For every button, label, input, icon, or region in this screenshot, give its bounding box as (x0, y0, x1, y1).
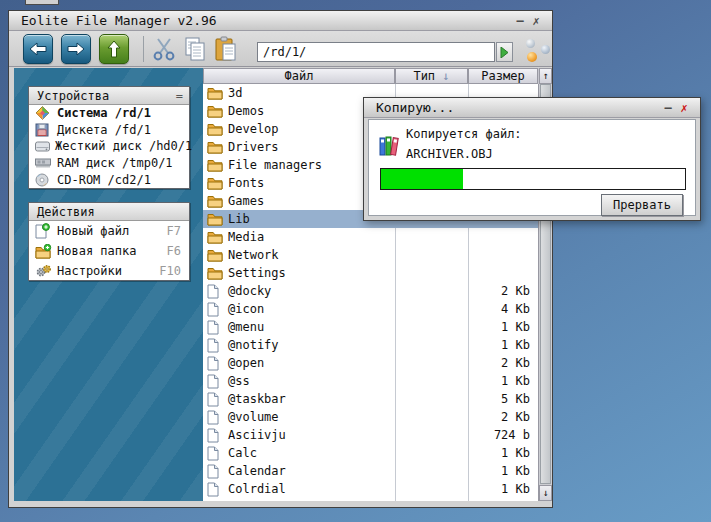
file-size: 2 Kb (468, 356, 530, 370)
devices-panel-title: Устройства (37, 89, 109, 103)
file-name: Drivers (228, 140, 279, 154)
edit-icon-group (150, 35, 240, 63)
file-name: @volume (228, 410, 279, 424)
file-row[interactable]: @open2 Kb (203, 354, 538, 372)
folder-icon (207, 104, 224, 118)
action-item[interactable]: НастройкиF10 (29, 261, 189, 281)
background-window-fragment (25, 0, 59, 5)
file-row[interactable]: @ss1 Kb (203, 372, 538, 390)
file-name: @notify (228, 338, 279, 352)
cut-button[interactable] (150, 35, 178, 63)
status-orb-silver[interactable] (526, 39, 535, 48)
device-label: CD-ROM /cd2/1 (57, 173, 151, 187)
column-header-file[interactable]: Файл (203, 68, 395, 84)
up-arrow-icon (107, 40, 121, 58)
gears-icon (35, 263, 53, 279)
collapse-icon[interactable]: = (176, 89, 183, 103)
floppy-icon (35, 123, 52, 137)
window-titlebar[interactable]: Eolite File Manager v2.96 – ✗ (9, 11, 552, 31)
folder-icon (207, 140, 224, 154)
dialog-close-icon[interactable]: ✗ (676, 101, 692, 115)
file-size: 2 Kb (468, 284, 530, 298)
file-size: 5 Kb (468, 392, 530, 406)
file-row[interactable]: @docky2 Kb (203, 282, 538, 300)
column-header-type[interactable]: Тип ↓ (395, 68, 468, 84)
action-item[interactable]: Новый файлF7 (29, 221, 189, 241)
file-icon (207, 446, 224, 460)
paste-button[interactable] (212, 35, 240, 63)
close-icon[interactable]: ✗ (528, 14, 544, 28)
column-header-size[interactable]: Размер (468, 68, 538, 84)
file-row[interactable]: Colrdial1 Kb (203, 480, 538, 498)
file-row[interactable]: Asciivju724 b (203, 426, 538, 444)
file-size: 1 Kb (468, 374, 530, 388)
device-item[interactable]: CD-ROM /cd2/1 (29, 171, 189, 188)
abort-button[interactable]: Прервать (601, 194, 683, 216)
file-row[interactable]: @taskbar5 Kb (203, 390, 538, 408)
file-name: @icon (228, 302, 264, 316)
action-item[interactable]: Новая папкаF6 (29, 241, 189, 261)
path-input[interactable] (257, 42, 495, 62)
device-item[interactable]: Жесткий диск /hd0/1 (29, 138, 189, 155)
file-name: Fonts (228, 176, 264, 190)
file-row[interactable]: @menu1 Kb (203, 318, 538, 336)
file-row[interactable]: Network (203, 246, 538, 264)
copying-label: Копируется файл: (406, 127, 522, 141)
dialog-titlebar[interactable]: Копирую... – ✗ (364, 98, 700, 118)
file-row[interactable]: Calendar1 Kb (203, 462, 538, 480)
file-row[interactable]: @volume2 Kb (203, 408, 538, 426)
toolbar (9, 31, 552, 67)
file-size: 1 Kb (468, 446, 530, 460)
status-orb-blue[interactable] (541, 45, 550, 54)
file-row[interactable]: Media (203, 228, 538, 246)
minimize-icon[interactable]: – (512, 14, 528, 28)
new-folder-icon (35, 243, 53, 259)
action-hotkey: F6 (167, 244, 189, 258)
back-arrow-button[interactable] (23, 34, 53, 64)
devices-list: Система /rd/1Дискета /fd/1Жесткий диск /… (29, 105, 189, 188)
file-name: Calc (228, 446, 257, 460)
window-title: Eolite File Manager v2.96 (21, 13, 217, 28)
forward-arrow-button[interactable] (61, 34, 91, 64)
file-row[interactable]: @notify1 Kb (203, 336, 538, 354)
status-orb-orange[interactable] (527, 52, 537, 62)
dialog-minimize-icon[interactable]: – (660, 101, 676, 115)
file-name: @menu (228, 320, 264, 334)
file-icon (207, 464, 224, 478)
copying-filename: ARCHIVER.OBJ (406, 147, 493, 161)
device-item[interactable]: Дискета /fd/1 (29, 122, 189, 139)
file-name: Lib (228, 212, 250, 226)
device-item[interactable]: Система /rd/1 (29, 105, 189, 122)
file-row[interactable]: Calc1 Kb (203, 444, 538, 462)
file-size: 4 Kb (468, 302, 530, 316)
file-name: @ss (228, 374, 250, 388)
device-label: Система /rd/1 (57, 106, 151, 120)
up-arrow-button[interactable] (99, 34, 129, 64)
devices-panel-header[interactable]: Устройства = (29, 87, 189, 105)
action-hotkey: F10 (159, 264, 189, 278)
copy-button[interactable] (181, 35, 209, 63)
device-item[interactable]: RAM диск /tmp0/1 (29, 155, 189, 172)
action-label: Новый файл (57, 224, 129, 238)
desktop: Eolite File Manager v2.96 – ✗ Устройства (0, 0, 711, 522)
dialog-title: Копирую... (376, 100, 454, 115)
file-name: Media (228, 230, 264, 244)
scroll-down-button[interactable]: ↓ (539, 485, 552, 501)
actions-panel-title: Действия (37, 205, 95, 219)
go-button[interactable] (496, 42, 513, 62)
file-name: Games (228, 194, 264, 208)
paste-icon (213, 36, 239, 62)
scroll-up-button[interactable]: ↑ (539, 68, 552, 84)
folder-icon (207, 194, 224, 208)
file-icon (207, 356, 224, 370)
hdd-icon (35, 139, 50, 153)
file-name: Colrdial (228, 482, 286, 496)
file-row[interactable]: @icon4 Kb (203, 300, 538, 318)
eolite-window: Eolite File Manager v2.96 – ✗ Устройства (8, 10, 553, 508)
file-name: Demos (228, 104, 264, 118)
file-row[interactable]: Settings (203, 264, 538, 282)
folder-icon (207, 230, 224, 244)
device-label: Жесткий диск /hd0/1 (55, 139, 192, 153)
arrow-down-icon: ↓ (542, 487, 548, 498)
file-name: @taskbar (228, 392, 286, 406)
